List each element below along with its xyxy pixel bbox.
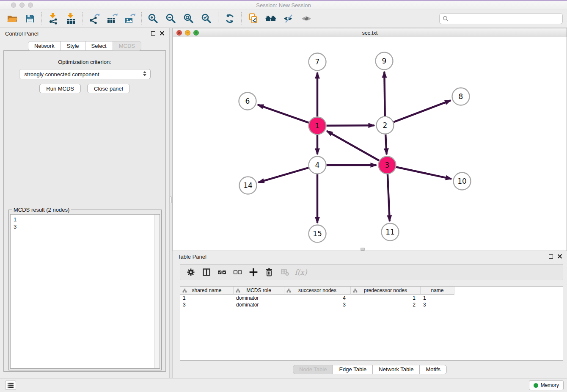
- tab-node-table[interactable]: Node Table: [293, 365, 333, 374]
- network-view-window: ✕−+ scc.txt 7968124314101511: [173, 28, 567, 251]
- toggle-columns-icon[interactable]: [200, 267, 213, 278]
- panel-splitter[interactable]: [169, 28, 173, 378]
- add-column-icon[interactable]: [247, 267, 260, 278]
- task-history-button[interactable]: [5, 381, 16, 390]
- table-cell[interactable]: 1: [351, 295, 421, 301]
- canvas-scroll-thumb[interactable]: [361, 248, 365, 251]
- node-label: 11: [385, 228, 395, 236]
- table-cell[interactable]: 1: [180, 295, 234, 301]
- edge-3-10[interactable]: [396, 167, 451, 179]
- edge-1-2[interactable]: [326, 125, 374, 126]
- optimization-dropdown[interactable]: strongly connected component: [19, 69, 151, 79]
- home-view-icon[interactable]: [262, 11, 280, 26]
- zoom-out-icon[interactable]: [162, 11, 180, 26]
- hide-details-icon[interactable]: [280, 11, 297, 26]
- table-cell[interactable]: 1: [421, 295, 454, 301]
- settings-gear-icon[interactable]: [184, 267, 197, 278]
- memory-label: Memory: [541, 382, 559, 388]
- edge-2-9[interactable]: [384, 72, 385, 116]
- delete-columns-icon[interactable]: [263, 267, 275, 278]
- table-tabs: Node TableEdge TableNetwork TableMotifs: [173, 365, 567, 374]
- table-cell[interactable]: 3: [421, 301, 454, 308]
- import-table-icon[interactable]: [62, 11, 80, 26]
- table-cell[interactable]: 3: [180, 301, 234, 308]
- edge-2-3[interactable]: [385, 134, 387, 154]
- table-panel: Table Panel: [173, 251, 567, 378]
- unselect-all-icon[interactable]: [231, 267, 244, 278]
- node-label: 4: [315, 161, 320, 169]
- clone-network-icon[interactable]: [244, 11, 262, 26]
- zoom-selected-icon[interactable]: [198, 11, 215, 26]
- float-panel-icon[interactable]: [151, 31, 155, 36]
- search-field[interactable]: [439, 13, 563, 24]
- column-header-successor-nodes[interactable]: successor nodes: [284, 287, 351, 295]
- memory-button[interactable]: Memory: [529, 380, 564, 390]
- table-cell[interactable]: 2: [351, 301, 421, 308]
- refresh-layout-icon[interactable]: [221, 11, 239, 26]
- column-header-name[interactable]: name: [421, 287, 454, 295]
- export-image-icon[interactable]: [121, 11, 139, 26]
- edge-3-1[interactable]: [327, 131, 379, 161]
- network-window-titlebar: ✕−+ scc.txt: [173, 28, 567, 37]
- table-toolbar: f(x): [180, 264, 563, 280]
- column-header-mcds-role[interactable]: MCDS role: [234, 287, 284, 295]
- splitter-handle[interactable]: [170, 196, 172, 203]
- node-label: 1: [315, 121, 320, 130]
- network-window-title: scc.txt: [173, 30, 567, 36]
- save-session-icon[interactable]: [21, 11, 39, 26]
- node-table: shared nameMCDS rolesuccessor nodesprede…: [180, 286, 563, 361]
- select-all-icon[interactable]: [216, 267, 228, 278]
- column-header-shared-name[interactable]: shared name: [180, 287, 234, 295]
- function-builder-icon: f(x): [294, 267, 307, 278]
- result-scrollbar[interactable]: [154, 215, 160, 368]
- open-folder-icon[interactable]: [3, 11, 21, 26]
- zoom-fit-icon[interactable]: [180, 11, 198, 26]
- close-panel-button[interactable]: Close panel: [87, 84, 130, 93]
- delete-table-icon: [278, 267, 291, 278]
- tab-select[interactable]: Select: [85, 41, 113, 51]
- mcds-result-title: MCDS result (2 nodes): [12, 207, 71, 213]
- tab-motifs[interactable]: Motifs: [419, 365, 447, 374]
- table-cell[interactable]: dominator: [234, 301, 284, 308]
- optimization-label: Optimization criterion:: [4, 59, 165, 65]
- close-panel-icon[interactable]: [557, 254, 562, 259]
- export-table-icon[interactable]: [103, 11, 121, 26]
- zoom-in-icon[interactable]: [144, 11, 162, 26]
- table-row[interactable]: 3dominator323: [180, 301, 563, 308]
- search-input[interactable]: [450, 14, 562, 23]
- tab-style[interactable]: Style: [61, 41, 85, 51]
- table-header-row: shared nameMCDS rolesuccessor nodesprede…: [180, 287, 563, 295]
- import-network-icon[interactable]: [44, 11, 62, 26]
- mcds-result-list[interactable]: 13: [10, 214, 160, 369]
- edge-4-14[interactable]: [258, 168, 308, 182]
- mcds-result-group: MCDS result (2 nodes) 13: [8, 210, 162, 370]
- network-canvas[interactable]: 7968124314101511: [173, 37, 567, 251]
- table-cell[interactable]: dominator: [234, 295, 284, 301]
- tab-mcds[interactable]: MCDS: [113, 41, 141, 51]
- edge-2-8[interactable]: [394, 100, 451, 122]
- toolbar-separator: [83, 12, 83, 25]
- show-eye-icon[interactable]: [297, 11, 315, 26]
- node-label: 14: [243, 181, 253, 190]
- control-panel: Control Panel NetworkStyleSelectMCDS Opt…: [0, 28, 169, 378]
- mcds-result-item: 1: [14, 216, 160, 223]
- close-panel-icon[interactable]: [160, 31, 164, 36]
- table-cell[interactable]: 4: [284, 295, 351, 301]
- float-panel-icon[interactable]: [549, 254, 553, 259]
- toolbar-separator: [218, 12, 218, 25]
- mcds-result-item: 3: [14, 223, 160, 230]
- mcds-tab-content: Optimization criterion: strongly connect…: [3, 50, 166, 372]
- network-graph[interactable]: 7968124314101511: [173, 37, 567, 251]
- table-row[interactable]: 1dominator411: [180, 295, 563, 301]
- export-network-icon[interactable]: [85, 11, 103, 26]
- column-header-predecessor-nodes[interactable]: predecessor nodes: [351, 287, 421, 295]
- edge-3-11[interactable]: [388, 174, 390, 221]
- tab-network[interactable]: Network: [28, 41, 61, 51]
- status-bar: Memory: [0, 378, 567, 392]
- edge-1-6[interactable]: [258, 105, 309, 122]
- tab-edge-table[interactable]: Edge Table: [333, 365, 373, 374]
- run-mcds-button[interactable]: Run MCDS: [39, 84, 81, 93]
- table-panel-title: Table Panel: [178, 254, 206, 260]
- table-cell[interactable]: 3: [284, 301, 351, 308]
- tab-network-table[interactable]: Network Table: [372, 365, 420, 374]
